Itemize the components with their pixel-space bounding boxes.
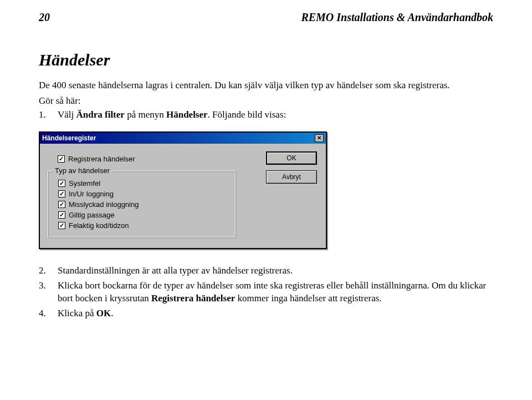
- event-register-dialog: Händelseregister ✕ OK Avbryt Registrera …: [39, 131, 327, 249]
- checkbox-icon[interactable]: [58, 180, 65, 187]
- page-header: 20 REMO Installations & Användarhandbok: [39, 11, 493, 24]
- checkbox-icon[interactable]: [58, 222, 65, 229]
- step-number: 4.: [39, 307, 58, 320]
- step-text: Välj Ändra filter på menyn Händelser. Fö…: [58, 109, 286, 121]
- howto-label: Gör så här:: [39, 95, 493, 107]
- step-number: 2.: [39, 265, 58, 277]
- cancel-button[interactable]: Avbryt: [266, 170, 317, 184]
- checkbox-icon[interactable]: [58, 201, 65, 208]
- checkbox-label: Felaktig kod/tidzon: [69, 221, 129, 230]
- manual-title: REMO Installations & Användarhandbok: [301, 11, 493, 24]
- ok-button[interactable]: OK: [266, 151, 317, 165]
- close-icon[interactable]: ✕: [315, 134, 324, 142]
- step-1: 1. Välj Ändra filter på menyn Händelser.…: [39, 109, 493, 121]
- checkbox-label: Giltig passage: [69, 211, 114, 219]
- checkbox-systemfel[interactable]: Systemfel: [58, 179, 230, 188]
- section-heading: Händelser: [39, 50, 493, 69]
- intro-paragraph: De 400 senaste händelserna lagras i cent…: [39, 79, 493, 92]
- step-text: Klicka bort bockarna för de typer av hän…: [58, 280, 493, 305]
- step-4: 4. Klicka på OK.: [39, 307, 493, 320]
- checkbox-label: Misslyckad inloggning: [69, 200, 139, 209]
- page-number: 20: [39, 11, 50, 24]
- checkbox-label: In/Ur loggning: [69, 190, 114, 198]
- step-number: 3.: [39, 280, 58, 305]
- dialog-title: Händelseregister: [42, 134, 96, 142]
- checkbox-icon[interactable]: [58, 190, 65, 198]
- checkbox-label: Registrera händelser: [68, 155, 135, 163]
- checkbox-misslyckad-inloggning[interactable]: Misslyckad inloggning: [58, 200, 230, 209]
- checkbox-icon[interactable]: [58, 155, 65, 163]
- step-text: Klicka på OK.: [58, 307, 114, 320]
- dialog-body: OK Avbryt Registrera händelser Typ av hä…: [40, 144, 326, 248]
- step-3: 3. Klicka bort bockarna för de typer av …: [39, 280, 493, 305]
- step-text: Standardinställningen är att alla typer …: [58, 265, 293, 277]
- checkbox-icon[interactable]: [58, 211, 65, 219]
- checkbox-label: Systemfel: [69, 179, 100, 188]
- group-legend: Typ av händelser: [53, 166, 112, 175]
- event-type-group: Typ av händelser Systemfel In/Ur loggnin…: [48, 171, 236, 238]
- step-number: 1.: [39, 109, 58, 121]
- checkbox-felaktig-kod[interactable]: Felaktig kod/tidzon: [58, 221, 230, 230]
- checkbox-giltig-passage[interactable]: Giltig passage: [58, 211, 230, 219]
- dialog-titlebar: Händelseregister ✕: [40, 133, 326, 144]
- step-2: 2. Standardinställningen är att alla typ…: [39, 265, 493, 277]
- screenshot-dialog-wrap: Händelseregister ✕ OK Avbryt Registrera …: [39, 131, 493, 249]
- checkbox-in-ur-loggning[interactable]: In/Ur loggning: [58, 190, 230, 198]
